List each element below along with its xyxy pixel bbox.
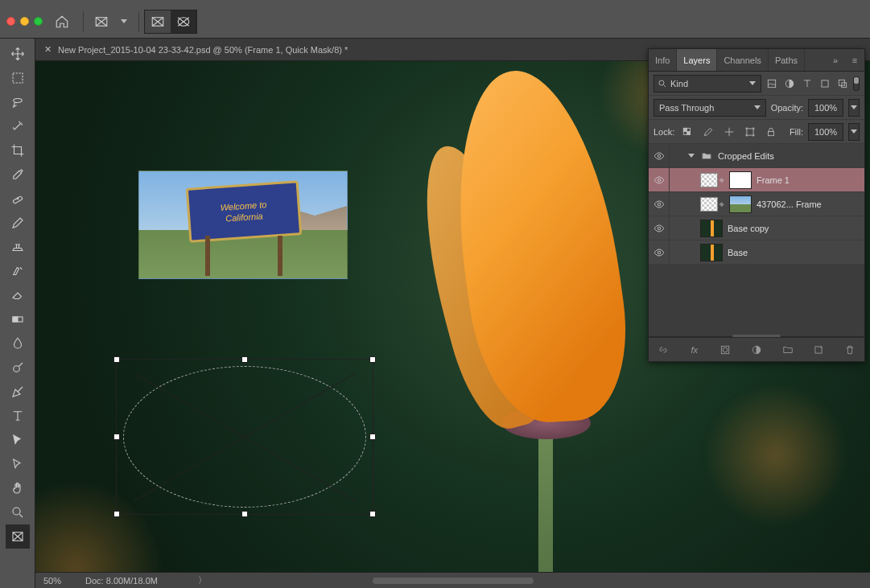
frame-shape-rect-button[interactable] <box>145 10 171 33</box>
transform-handle-sw[interactable] <box>113 511 120 517</box>
direct-selection-tool[interactable] <box>6 452 30 476</box>
adjustment-layer-icon[interactable] <box>749 343 764 357</box>
lock-position-icon[interactable] <box>721 125 737 139</box>
frame-orientation-caret[interactable] <box>118 10 130 33</box>
layer-thumb[interactable] <box>700 244 723 261</box>
frame-content-thumb[interactable] <box>729 195 752 213</box>
link-layers-icon[interactable] <box>656 343 670 357</box>
filter-adjustment-icon[interactable] <box>782 76 797 91</box>
fill-stepper[interactable] <box>848 123 860 141</box>
transform-handle-s[interactable] <box>241 511 248 517</box>
status-flyout-icon[interactable]: 〉 <box>198 574 207 586</box>
dodge-tool[interactable] <box>6 356 30 380</box>
move-tool[interactable] <box>6 42 30 66</box>
blur-tool[interactable] <box>6 331 30 356</box>
new-group-icon[interactable] <box>781 343 795 357</box>
layer-filter-kind[interactable]: Kind <box>654 75 761 93</box>
transform-handle-se[interactable] <box>369 511 376 517</box>
visibility-toggle[interactable] <box>649 144 670 167</box>
layer-list-empty-area[interactable] <box>649 265 864 337</box>
visibility-toggle[interactable] <box>649 168 670 191</box>
transform-handle-n[interactable] <box>241 356 248 363</box>
type-tool[interactable] <box>6 404 30 428</box>
lock-transparent-icon[interactable] <box>679 125 695 139</box>
lock-artboard-icon[interactable] <box>742 125 758 139</box>
close-tab-icon[interactable]: ✕ <box>43 46 52 54</box>
brush-tool[interactable] <box>6 211 30 235</box>
marquee-tool[interactable] <box>6 66 30 90</box>
lasso-tool[interactable] <box>6 90 30 114</box>
lock-all-icon[interactable] <box>763 125 779 139</box>
frame-mask-thumb[interactable] <box>700 173 718 187</box>
home-button[interactable] <box>49 10 75 33</box>
gradient-tool[interactable] <box>6 307 30 331</box>
clone-stamp-tool[interactable] <box>6 235 30 259</box>
transform-handle-e[interactable] <box>369 434 376 440</box>
eraser-tool[interactable] <box>6 283 30 307</box>
layer-group-row[interactable]: Cropped Edits <box>649 144 864 168</box>
horizontal-scrollbar[interactable] <box>373 578 534 584</box>
lock-image-icon[interactable] <box>700 125 716 139</box>
layer-row-frame1[interactable]: ⎆ Frame 1 <box>649 168 864 192</box>
eyedropper-tool[interactable] <box>6 162 30 187</box>
filter-toggle[interactable] <box>853 76 860 91</box>
crop-tool[interactable] <box>6 138 30 162</box>
filter-type-icon[interactable] <box>800 76 814 91</box>
new-layer-icon[interactable] <box>811 343 826 357</box>
filter-shape-icon[interactable] <box>818 76 832 91</box>
placed-image-sign[interactable]: Welcome toCalifornia <box>138 171 348 279</box>
zoom-tool[interactable] <box>6 500 30 524</box>
healing-brush-tool[interactable] <box>6 187 30 211</box>
hand-tool[interactable] <box>6 476 30 500</box>
delete-layer-icon[interactable] <box>843 343 857 357</box>
layer-name[interactable]: Base <box>728 248 860 257</box>
opacity-stepper[interactable] <box>848 99 860 117</box>
filter-pixel-icon[interactable] <box>765 76 779 91</box>
layer-name[interactable]: 437062... Frame <box>757 199 860 209</box>
tab-channels[interactable]: Channels <box>717 49 768 71</box>
zoom-readout[interactable]: 50% <box>43 576 61 586</box>
layer-row-frame2[interactable]: ⎆ 437062... Frame <box>649 192 864 216</box>
frame-mask-thumb[interactable] <box>700 197 718 212</box>
frame-orientation-button[interactable] <box>89 10 114 33</box>
document-tab[interactable]: ✕ New Project_2015-10-04 23-33-42.psd @ … <box>35 39 356 60</box>
history-brush-tool[interactable] <box>6 259 30 283</box>
panel-expand-icon[interactable]: » <box>826 56 845 65</box>
transform-handle-ne[interactable] <box>369 356 376 363</box>
tab-info[interactable]: Info <box>649 49 677 71</box>
doc-size-readout[interactable]: Doc: 8.00M/18.0M <box>85 576 158 586</box>
transform-handle-w[interactable] <box>113 434 120 440</box>
transform-bounding-box[interactable] <box>116 359 373 515</box>
window-controls[interactable] <box>3 17 49 26</box>
layer-row-base[interactable]: Base <box>649 241 864 265</box>
tab-layers[interactable]: Layers <box>677 49 717 71</box>
pen-tool[interactable] <box>6 380 30 404</box>
magic-wand-tool[interactable] <box>6 114 30 138</box>
options-bar <box>0 5 870 39</box>
blend-mode-select[interactable]: Pass Through <box>654 99 766 117</box>
visibility-toggle[interactable] <box>649 241 670 264</box>
layer-group-name[interactable]: Cropped Edits <box>718 151 860 161</box>
svg-rect-27 <box>747 128 753 134</box>
transform-handle-nw[interactable] <box>113 356 120 363</box>
fill-field[interactable]: 100% <box>808 123 843 141</box>
group-disclosure-icon[interactable] <box>687 152 695 160</box>
frame-content-thumb[interactable] <box>729 171 752 189</box>
layer-fx-icon[interactable]: fx <box>687 343 702 357</box>
layer-thumb[interactable] <box>700 220 723 237</box>
panel-menu-icon[interactable]: ≡ <box>845 56 864 65</box>
visibility-toggle[interactable] <box>649 216 670 240</box>
layer-row-base-copy[interactable]: Base copy <box>649 216 864 241</box>
add-mask-icon[interactable] <box>718 343 732 357</box>
svg-point-29 <box>658 154 661 158</box>
tab-paths[interactable]: Paths <box>769 49 805 71</box>
opacity-field[interactable]: 100% <box>808 99 843 117</box>
eye-icon <box>654 150 665 162</box>
frame-shape-ellipse-button[interactable] <box>171 10 196 33</box>
visibility-toggle[interactable] <box>649 192 670 216</box>
layer-name[interactable]: Base copy <box>728 224 860 233</box>
frame-tool[interactable] <box>6 524 30 549</box>
filter-smart-icon[interactable] <box>835 76 850 91</box>
path-selection-tool[interactable] <box>6 428 30 452</box>
layer-name[interactable]: Frame 1 <box>757 175 860 185</box>
